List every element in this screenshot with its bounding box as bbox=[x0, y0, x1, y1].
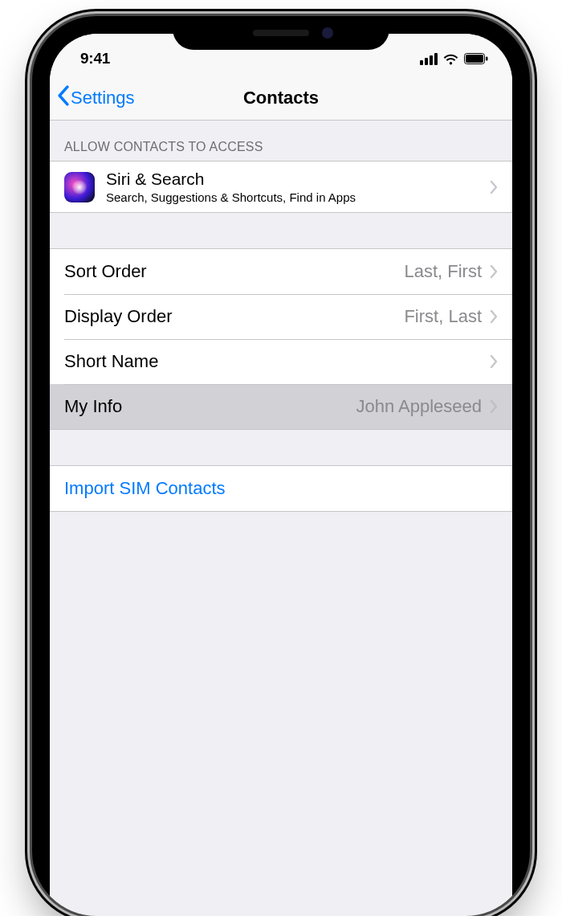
my-info-row[interactable]: My Info John Appleseed bbox=[50, 384, 512, 429]
import-sim-label: Import SIM Contacts bbox=[64, 478, 498, 499]
siri-title: Siri & Search bbox=[106, 170, 490, 189]
speaker-grill bbox=[253, 30, 309, 36]
cellular-signal-icon bbox=[420, 53, 438, 65]
group-import: Import SIM Contacts bbox=[50, 465, 512, 512]
wifi-icon bbox=[442, 53, 459, 65]
section-gap bbox=[50, 430, 512, 465]
siri-icon bbox=[64, 172, 95, 202]
svg-rect-1 bbox=[466, 55, 483, 63]
group-order: Sort Order Last, First Display Order Fir… bbox=[50, 248, 512, 430]
display-order-label: Display Order bbox=[64, 306, 404, 327]
row-body: Siri & Search Search, Suggestions & Shor… bbox=[106, 170, 490, 204]
display-order-value: First, Last bbox=[404, 306, 482, 327]
short-name-row[interactable]: Short Name bbox=[50, 339, 512, 384]
status-time: 9:41 bbox=[80, 50, 110, 67]
siri-subtitle: Search, Suggestions & Shortcuts, Find in… bbox=[106, 190, 490, 204]
section-header-access: Allow Contacts To Access bbox=[50, 121, 512, 161]
sort-order-label: Sort Order bbox=[64, 261, 404, 282]
chevron-left-icon bbox=[56, 85, 71, 111]
svg-rect-2 bbox=[486, 57, 488, 61]
chevron-right-icon bbox=[490, 354, 498, 369]
back-label: Settings bbox=[71, 88, 135, 108]
display-order-row[interactable]: Display Order First, Last bbox=[50, 294, 512, 339]
front-camera bbox=[322, 27, 333, 39]
nav-bar: Settings Contacts bbox=[50, 76, 512, 121]
group-siri: Siri & Search Search, Suggestions & Shor… bbox=[50, 161, 512, 213]
my-info-value: John Appleseed bbox=[356, 396, 482, 417]
battery-icon bbox=[464, 53, 488, 64]
screen: 9:41 Settings Contacts bbox=[50, 34, 512, 916]
chevron-right-icon bbox=[490, 309, 498, 324]
sort-order-row[interactable]: Sort Order Last, First bbox=[50, 249, 512, 294]
my-info-label: My Info bbox=[64, 396, 356, 417]
short-name-label: Short Name bbox=[64, 351, 490, 372]
import-sim-contacts-row[interactable]: Import SIM Contacts bbox=[50, 466, 512, 511]
notch bbox=[173, 16, 389, 50]
sort-order-value: Last, First bbox=[404, 261, 482, 282]
status-indicators bbox=[420, 53, 488, 65]
chevron-right-icon bbox=[490, 264, 498, 279]
back-button[interactable]: Settings bbox=[56, 85, 135, 111]
chevron-right-icon bbox=[490, 399, 498, 414]
siri-search-row[interactable]: Siri & Search Search, Suggestions & Shor… bbox=[50, 161, 512, 212]
phone-frame: 9:41 Settings Contacts bbox=[32, 16, 530, 916]
section-gap bbox=[50, 213, 512, 248]
chevron-right-icon bbox=[490, 180, 498, 194]
